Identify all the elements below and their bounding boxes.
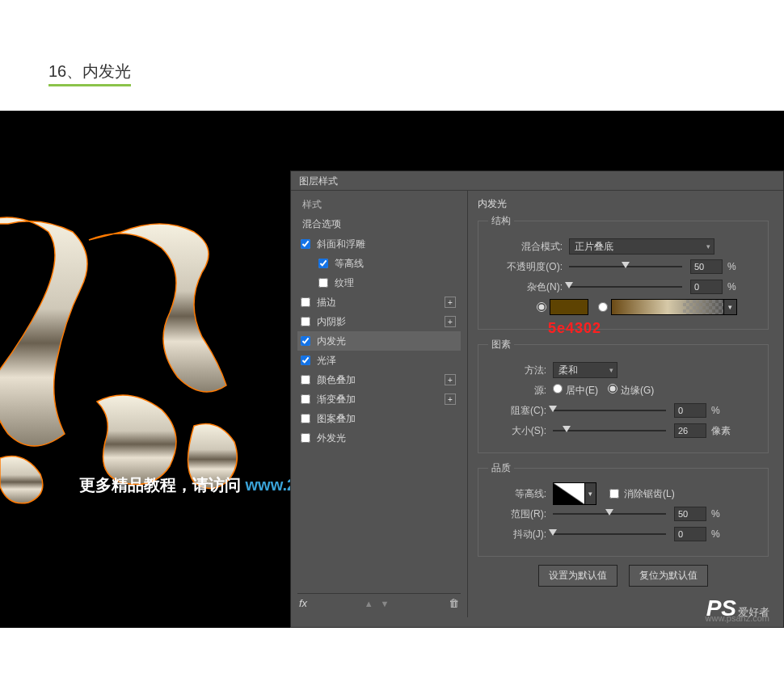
source-label: 源: xyxy=(488,384,546,398)
gradient-chevron-icon[interactable]: ▾ xyxy=(724,299,737,315)
contour-picker[interactable] xyxy=(553,482,585,505)
quality-legend: 品质 xyxy=(488,461,514,475)
bevel-checkbox[interactable] xyxy=(301,239,310,249)
glow-gradient-swatch[interactable] xyxy=(611,299,724,315)
trash-icon[interactable]: 🗑 xyxy=(449,597,459,609)
blend-mode-label: 混合模式: xyxy=(488,240,563,254)
elements-legend: 图素 xyxy=(488,338,514,351)
satin-checkbox[interactable] xyxy=(301,356,310,365)
color-radio-option[interactable] xyxy=(537,299,588,315)
noise-label: 杂色(N): xyxy=(488,280,563,294)
antialias-option[interactable]: 消除锯齿(L) xyxy=(609,487,675,501)
style-inner-shadow[interactable]: 内阴影 + xyxy=(297,312,461,331)
add-gradient-overlay-icon[interactable]: + xyxy=(445,394,456,405)
chevron-down-icon: ▾ xyxy=(609,366,613,374)
style-outer-glow[interactable]: 外发光 xyxy=(297,428,461,448)
source-center-radio[interactable] xyxy=(553,384,563,394)
style-texture[interactable]: 纹理 xyxy=(297,273,461,292)
style-contour[interactable]: 等高线 xyxy=(297,254,461,273)
inner-shadow-checkbox[interactable] xyxy=(301,317,310,326)
noise-input[interactable] xyxy=(690,280,723,294)
gradient-radio-option[interactable]: ▾ xyxy=(598,299,737,315)
choke-slider[interactable] xyxy=(553,406,666,415)
range-slider[interactable] xyxy=(553,509,666,519)
source-edge-option[interactable]: 边缘(G) xyxy=(608,384,654,398)
add-inner-shadow-icon[interactable]: + xyxy=(445,316,456,327)
styles-header[interactable]: 样式 xyxy=(297,196,461,214)
opacity-input[interactable] xyxy=(690,259,723,274)
style-bevel-emboss[interactable]: 斜面和浮雕 xyxy=(297,234,461,254)
color-overlay-checkbox[interactable] xyxy=(301,375,310,385)
choke-input[interactable] xyxy=(674,403,706,418)
styles-list-panel: 样式 混合选项 斜面和浮雕 等高线 纹理 描边 + xyxy=(291,191,467,617)
size-slider[interactable] xyxy=(553,426,666,436)
size-input[interactable] xyxy=(674,423,706,438)
source-edge-radio[interactable] xyxy=(608,384,618,394)
blending-options[interactable]: 混合选项 xyxy=(297,215,461,234)
add-color-overlay-icon[interactable]: + xyxy=(445,374,456,385)
step-title: 16、内发光 xyxy=(48,61,131,86)
texture-checkbox[interactable] xyxy=(318,278,328,288)
structure-group: 结构 混合模式: 正片叠底 ▾ 不透明度(O): % xyxy=(478,214,769,330)
glow-color-swatch[interactable] xyxy=(550,299,588,315)
panel-title: 内发光 xyxy=(478,197,769,211)
method-label: 方法: xyxy=(488,364,546,377)
inner-glow-checkbox[interactable] xyxy=(301,336,310,346)
quality-group: 品质 等高线: ▾ 消除锯齿(L) 范围(R): xyxy=(478,461,769,557)
color-radio[interactable] xyxy=(537,302,546,312)
text-effect-preview xyxy=(0,175,291,515)
source-center-option[interactable]: 居中(E) xyxy=(553,384,598,398)
contour-checkbox[interactable] xyxy=(318,259,328,268)
size-label: 大小(S): xyxy=(488,424,546,438)
move-arrows-icon[interactable]: ▲ ▼ xyxy=(365,599,392,608)
chevron-down-icon: ▾ xyxy=(706,242,710,250)
noise-slider[interactable] xyxy=(569,282,682,292)
style-stroke[interactable]: 描边 + xyxy=(297,292,461,312)
opacity-slider[interactable] xyxy=(569,262,682,271)
contour-chevron-icon[interactable]: ▾ xyxy=(585,482,596,505)
structure-legend: 结构 xyxy=(488,214,514,228)
style-satin[interactable]: 光泽 xyxy=(297,351,461,370)
color-annotation: 5e4302 xyxy=(548,320,601,337)
outer-glow-checkbox[interactable] xyxy=(301,433,310,443)
contour-label: 等高线: xyxy=(488,487,546,501)
jitter-slider[interactable] xyxy=(553,529,666,539)
range-input[interactable] xyxy=(674,507,706,521)
set-default-button[interactable]: 设置为默认值 xyxy=(538,565,618,587)
pattern-overlay-checkbox[interactable] xyxy=(301,414,310,423)
range-label: 范围(R): xyxy=(488,507,546,521)
jitter-label: 抖动(J): xyxy=(488,528,546,541)
add-stroke-icon[interactable]: + xyxy=(445,297,456,308)
style-gradient-overlay[interactable]: 渐变叠加 + xyxy=(297,389,461,409)
stroke-checkbox[interactable] xyxy=(301,297,310,307)
choke-label: 阻塞(C): xyxy=(488,404,546,418)
dialog-title: 图层样式 xyxy=(291,171,783,191)
elements-group: 图素 方法: 柔和 ▾ 源: 居中(E) 边缘(G) xyxy=(478,338,769,453)
reset-default-button[interactable]: 复位为默认值 xyxy=(629,565,708,587)
antialias-checkbox[interactable] xyxy=(609,489,619,499)
fx-menu-icon[interactable]: fx xyxy=(299,597,307,609)
canvas-preview: 更多精品教程，请访问 www.240PS.com 5e4302 图层样式 样式 … xyxy=(0,111,784,628)
style-color-overlay[interactable]: 颜色叠加 + xyxy=(297,370,461,389)
method-dropdown[interactable]: 柔和 ▾ xyxy=(553,362,618,378)
opacity-label: 不透明度(O): xyxy=(488,260,563,274)
style-inner-glow[interactable]: 内发光 xyxy=(297,331,461,351)
layer-style-dialog: 图层样式 样式 混合选项 斜面和浮雕 等高线 纹理 xyxy=(290,170,784,628)
gradient-overlay-checkbox[interactable] xyxy=(301,394,310,404)
watermark-logo: PS 爱好者 www.psahz.com xyxy=(706,596,769,621)
blend-mode-dropdown[interactable]: 正片叠底 ▾ xyxy=(569,238,714,255)
style-pattern-overlay[interactable]: 图案叠加 xyxy=(297,409,461,428)
inner-glow-panel: 内发光 结构 混合模式: 正片叠底 ▾ 不透明度(O): % xyxy=(467,191,783,617)
gradient-radio[interactable] xyxy=(598,302,608,312)
jitter-input[interactable] xyxy=(674,527,706,541)
